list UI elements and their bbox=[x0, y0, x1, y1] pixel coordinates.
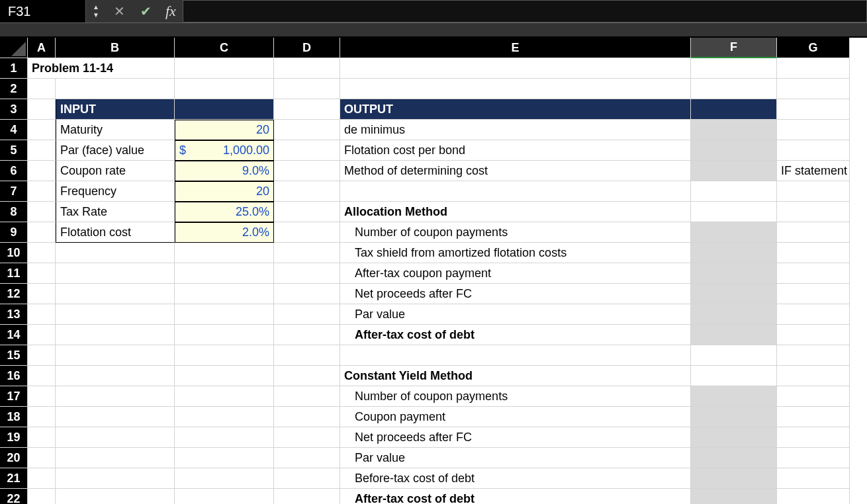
row-16[interactable]: 16 bbox=[0, 366, 28, 386]
fx-label[interactable]: fx bbox=[159, 3, 183, 20]
cell-E10[interactable]: Tax shield from amortized flotation cost… bbox=[340, 243, 691, 263]
row-10[interactable]: 10 bbox=[0, 243, 28, 263]
cell-F21[interactable] bbox=[691, 468, 777, 489]
cell-B21[interactable] bbox=[56, 468, 175, 489]
row-21[interactable]: 21 bbox=[0, 468, 28, 489]
cell-C11[interactable] bbox=[175, 263, 274, 284]
cell-D11[interactable] bbox=[274, 263, 340, 284]
cell-E13[interactable]: Par value bbox=[340, 304, 691, 325]
cell-D10[interactable] bbox=[274, 243, 340, 263]
cell-A10[interactable] bbox=[28, 243, 56, 263]
cell-D12[interactable] bbox=[274, 284, 340, 304]
cell-C9[interactable]: 2.0% bbox=[175, 222, 274, 243]
cell-A21[interactable] bbox=[28, 468, 56, 489]
cell-G2[interactable] bbox=[777, 79, 850, 99]
cell-G13[interactable] bbox=[777, 304, 850, 325]
cell-G21[interactable] bbox=[777, 468, 850, 489]
cell-A19[interactable] bbox=[28, 427, 56, 448]
cell-B2[interactable] bbox=[56, 79, 175, 99]
row-14[interactable]: 14 bbox=[0, 325, 28, 345]
cell-E21[interactable]: Before-tax cost of debt bbox=[340, 468, 691, 489]
cell-D20[interactable] bbox=[274, 448, 340, 468]
row-19[interactable]: 19 bbox=[0, 427, 28, 448]
accept-formula-icon[interactable]: ✔ bbox=[132, 0, 159, 22]
cell-G5[interactable] bbox=[777, 140, 850, 161]
cell-A17[interactable] bbox=[28, 386, 56, 407]
cell-C17[interactable] bbox=[175, 386, 274, 407]
cell-C13[interactable] bbox=[175, 304, 274, 325]
cell-E2[interactable] bbox=[340, 79, 691, 99]
cell-F12[interactable] bbox=[691, 284, 777, 304]
cell-C15[interactable] bbox=[175, 345, 274, 366]
col-G[interactable]: G bbox=[777, 38, 850, 58]
cell-C14[interactable] bbox=[175, 325, 274, 345]
cell-B17[interactable] bbox=[56, 386, 175, 407]
cell-B5[interactable]: Par (face) value bbox=[56, 140, 175, 161]
cell-F7[interactable] bbox=[691, 181, 777, 202]
cell-E17[interactable]: Number of coupon payments bbox=[340, 386, 691, 407]
cell-E18[interactable]: Coupon payment bbox=[340, 407, 691, 427]
cell-E11[interactable]: After-tax coupon payment bbox=[340, 263, 691, 284]
cell-E7[interactable] bbox=[340, 181, 691, 202]
cell-E16[interactable]: Constant Yield Method bbox=[340, 366, 691, 386]
cell-A11[interactable] bbox=[28, 263, 56, 284]
cell-G14[interactable] bbox=[777, 325, 850, 345]
row-22[interactable]: 22 bbox=[0, 489, 28, 504]
cell-B19[interactable] bbox=[56, 427, 175, 448]
cell-F8[interactable] bbox=[691, 202, 777, 222]
cell-D21[interactable] bbox=[274, 468, 340, 489]
col-F[interactable]: F bbox=[691, 38, 777, 58]
cell-A15[interactable] bbox=[28, 345, 56, 366]
row-4[interactable]: 4 bbox=[0, 120, 28, 140]
cell-C18[interactable] bbox=[175, 407, 274, 427]
cell-E15[interactable] bbox=[340, 345, 691, 366]
spreadsheet-grid[interactable]: A B C D E F G 1 Problem 11-14 2 3 INPUT … bbox=[0, 36, 867, 504]
cell-D8[interactable] bbox=[274, 202, 340, 222]
name-box[interactable]: F31 bbox=[0, 0, 86, 22]
stepper-up-icon[interactable]: ▲ bbox=[93, 4, 99, 11]
cell-E9[interactable]: Number of coupon payments bbox=[340, 222, 691, 243]
cell-G1[interactable] bbox=[777, 58, 850, 79]
cell-A9[interactable] bbox=[28, 222, 56, 243]
col-B[interactable]: B bbox=[56, 38, 175, 58]
cell-E12[interactable]: Net proceeds after FC bbox=[340, 284, 691, 304]
row-6[interactable]: 6 bbox=[0, 161, 28, 181]
cell-B3[interactable]: INPUT bbox=[56, 99, 175, 120]
row-12[interactable]: 12 bbox=[0, 284, 28, 304]
cell-F2[interactable] bbox=[691, 79, 777, 99]
cell-B22[interactable] bbox=[56, 489, 175, 504]
cell-A5[interactable] bbox=[28, 140, 56, 161]
cell-C21[interactable] bbox=[175, 468, 274, 489]
cell-G22[interactable] bbox=[777, 489, 850, 504]
cell-C7[interactable]: 20 bbox=[175, 181, 274, 202]
cell-F4[interactable] bbox=[691, 120, 777, 140]
cell-B10[interactable] bbox=[56, 243, 175, 263]
cell-G9[interactable] bbox=[777, 222, 850, 243]
col-A[interactable]: A bbox=[28, 38, 56, 58]
name-box-stepper[interactable]: ▲ ▼ bbox=[86, 0, 106, 22]
cell-G15[interactable] bbox=[777, 345, 850, 366]
cell-A7[interactable] bbox=[28, 181, 56, 202]
cell-F1[interactable] bbox=[691, 58, 777, 79]
cell-C16[interactable] bbox=[175, 366, 274, 386]
cell-A22[interactable] bbox=[28, 489, 56, 504]
cell-A1[interactable]: Problem 11-14 bbox=[28, 58, 175, 79]
cell-D19[interactable] bbox=[274, 427, 340, 448]
cell-D16[interactable] bbox=[274, 366, 340, 386]
cell-G17[interactable] bbox=[777, 386, 850, 407]
cell-D4[interactable] bbox=[274, 120, 340, 140]
cell-A4[interactable] bbox=[28, 120, 56, 140]
cell-D15[interactable] bbox=[274, 345, 340, 366]
select-all-corner[interactable] bbox=[0, 38, 28, 58]
formula-input[interactable] bbox=[183, 0, 867, 22]
cell-G19[interactable] bbox=[777, 427, 850, 448]
cell-E1[interactable] bbox=[340, 58, 691, 79]
cell-E22[interactable]: After-tax cost of debt bbox=[340, 489, 691, 504]
cell-F6[interactable] bbox=[691, 161, 777, 181]
cell-F20[interactable] bbox=[691, 448, 777, 468]
cell-F19[interactable] bbox=[691, 427, 777, 448]
cell-F18[interactable] bbox=[691, 407, 777, 427]
cell-D6[interactable] bbox=[274, 161, 340, 181]
cell-A20[interactable] bbox=[28, 448, 56, 468]
cell-B13[interactable] bbox=[56, 304, 175, 325]
